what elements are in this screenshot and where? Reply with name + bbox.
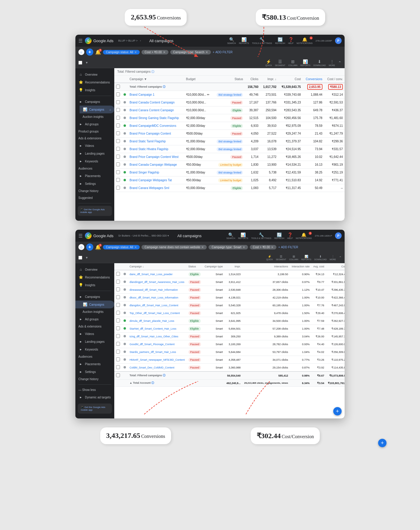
new-campaign-btn[interactable]: + — [86, 48, 93, 56]
sidebar-item-placements[interactable]: ▸ Placements — [75, 172, 114, 180]
sidebar-p2-ads[interactable]: Ads & extensions — [75, 323, 114, 330]
add-btn-p2[interactable]: + — [333, 407, 342, 415]
campaign-name[interactable]: Brand Singer Flagship — [130, 171, 159, 174]
row-chk[interactable] — [116, 319, 120, 322]
campaign-name[interactable]: Brand Canara Webpages Sml — [130, 186, 169, 190]
sidebar-p2-overview[interactable]: ⌂Overview — [75, 266, 114, 273]
quick-btn-p2[interactable]: ⚡QUICK — [266, 255, 273, 261]
select-all-p2[interactable] — [78, 256, 82, 260]
col-camp-type[interactable]: Campaign type — [203, 263, 225, 270]
remove-filter-p2-1[interactable]: ✕ — [201, 246, 204, 249]
col-budget[interactable]: Budget — [184, 76, 213, 83]
filter-chip-0[interactable]: Campaign status: All ✕ — [103, 50, 140, 54]
col-campaign[interactable]: Campaign ▼ — [128, 76, 184, 83]
filter-chip-p2-1[interactable]: Campaign name does not contain website ✕ — [141, 245, 207, 249]
row-checkbox[interactable] — [116, 170, 120, 174]
sidebar-p2-adgroups[interactable]: ▸Ad groups — [75, 315, 114, 323]
more-btn[interactable]: ⋮ MORE — [329, 59, 335, 66]
col-cost[interactable]: Cost — [278, 76, 302, 83]
sidebar-item-suggested[interactable]: Suggested — [75, 194, 114, 201]
sidebar-item-adgroups-expand[interactable]: ▸ Ad groups — [75, 120, 114, 128]
row-chk[interactable] — [116, 295, 120, 299]
add-filter-btn-p2[interactable]: + ADD FILTER — [278, 246, 298, 249]
col-status-p2[interactable]: Status — [187, 263, 203, 270]
row-checkbox[interactable] — [116, 131, 120, 135]
row-chk[interactable] — [116, 272, 120, 276]
sidebar-p2-recommendations[interactable]: ⭐Recommendations — [75, 273, 114, 281]
segment-btn[interactable]: ☰ SEGMENT — [275, 59, 285, 66]
more-btn-p2[interactable]: ⋮MORE — [330, 255, 336, 261]
col-avg-cost[interactable]: Avg. cost — [311, 263, 326, 270]
reports-icon-btn[interactable]: 📊 REPORTS — [239, 37, 249, 44]
segment-btn-p2[interactable]: ☰SEGMENT — [276, 255, 286, 261]
sidebar-item-settings[interactable]: ▸ Settings — [75, 180, 114, 188]
row-checkbox[interactable] — [116, 124, 120, 127]
campaign-name[interactable]: Brand Price Campaign Content West — [130, 155, 179, 159]
sidebar-p2-insights[interactable]: 💡Insights — [75, 281, 114, 289]
row-chk[interactable] — [116, 326, 120, 330]
notifications-btn[interactable]: 🔔 NOTIFICATIONS 1 — [296, 37, 313, 44]
menu-icon-p2[interactable]: ☰ — [78, 233, 83, 239]
row-chk[interactable] — [116, 311, 120, 315]
get-app-btn-p2[interactable]: 📱 Get the Google Ads mobile app — [78, 403, 112, 414]
campaign-name[interactable]: Brand Campaign 1 — [130, 93, 154, 96]
sidebar-item-recommendations[interactable]: ⭐ Recommendations — [75, 78, 114, 86]
col-cost-conv[interactable]: Cost / conv. — [324, 76, 345, 83]
sidebar-p2-campaigns[interactable]: 📊Campaigns — [75, 301, 114, 308]
row-chk[interactable] — [116, 357, 120, 361]
sidebar-item-productgroups[interactable]: Product groups — [75, 128, 114, 135]
campaign-name-p2[interactable]: GoodM_dff_Smart_Floorage_Content — [130, 343, 174, 346]
notif-btn-p2[interactable]: 🔔 NOTIFICATIONS 1 — [296, 232, 312, 239]
user-avatar[interactable]: P — [335, 37, 342, 44]
add-filter-btn-p1[interactable]: + ADD FILTER — [213, 51, 232, 54]
sidebar-p2-auction[interactable]: Auction insights — [75, 308, 114, 315]
campaign-name[interactable]: Brand Static Hlvatra Flagship — [130, 147, 168, 151]
campaign-name[interactable]: Brand CampaignMDC Conversions — [130, 124, 176, 127]
sidebar-item-campaigns-expand[interactable]: ▸ Campaigns — [75, 98, 114, 106]
col-status[interactable]: Status — [213, 76, 245, 83]
sidebar-p2-audiences[interactable]: Audiences — [75, 353, 114, 360]
overview-link[interactable]: ⌂ — [78, 49, 84, 55]
menu-icon[interactable]: ☰ — [78, 38, 83, 44]
search-btn-p2[interactable]: 🔍 SEARCH — [226, 232, 235, 239]
campaign-name[interactable]: Brand Strong Gaming Static Flagship — [130, 116, 179, 120]
reports-tb-p2[interactable]: 📊REPORTS — [301, 255, 311, 261]
total-chk-p2[interactable] — [116, 373, 120, 377]
campaign-name-p2[interactable]: StarNet_dff_Smart_Content_Hair_Loss — [130, 327, 176, 330]
row-checkbox[interactable] — [116, 100, 120, 104]
filter-chip-p2-3[interactable]: Cost > ₹0.00 ✕ — [250, 245, 276, 249]
sidebar-p2-keywords[interactable]: ▸Keywords — [75, 345, 114, 353]
expand-btn[interactable]: ⌃ — [338, 60, 342, 65]
sidebar-p2-show-less[interactable]: — Show less — [75, 386, 114, 393]
quick-btn[interactable]: ⚡ QUICK — [265, 59, 272, 66]
sidebar-item-insights[interactable]: 💡 Insights — [75, 86, 114, 94]
col-int-rate[interactable]: Interaction rate — [290, 263, 311, 270]
sidebar-item-keywords[interactable]: ▸ Keywords — [75, 157, 114, 165]
campaign-name-p2[interactable]: daire_dff_Smart_Hair_Loss_powder — [130, 273, 173, 276]
row-chk[interactable] — [116, 365, 120, 369]
tools-settings-btn[interactable]: 🔧 TOOLS & SETTINGS — [252, 37, 272, 44]
row-chk[interactable] — [116, 350, 120, 354]
info-icon[interactable]: ⓘ — [151, 70, 154, 73]
sidebar-p2-campaigns-expand[interactable]: ▸Campaigns — [75, 293, 114, 301]
campaign-name-p2[interactable]: dimula_dff_Smart_placele_Hair_Loss — [130, 319, 174, 322]
sidebar-p2-placements[interactable]: ▸Placements — [75, 360, 114, 368]
sidebar-p2-landing[interactable]: ▸Landing pages — [75, 338, 114, 345]
tools-btn-p2[interactable]: 🔧 TOOLS & SETTINGS — [251, 232, 271, 239]
help-btn[interactable]: ❓ HELP — [288, 37, 293, 44]
col-interactions[interactable]: Interactions — [242, 263, 290, 270]
sidebar-item-audiences[interactable]: Audiences — [75, 165, 114, 172]
campaign-name-p2[interactable]: dlandingprt_dff_Smart_Awareness_Hair_Los… — [130, 281, 184, 284]
expand-btn-p2[interactable]: ⌃ — [339, 256, 342, 260]
filter-chip-p2-2[interactable]: Campaign type: Smart ✕ — [209, 245, 248, 249]
remove-filter-p2-3[interactable]: ✕ — [271, 246, 273, 249]
col-clicks[interactable]: Clicks — [245, 76, 260, 83]
campaign-name[interactable]: Brand Static Tamil Flagship — [130, 140, 166, 143]
sidebar-item-landing[interactable]: ▸ Landing pages — [75, 150, 114, 157]
download-btn-p2[interactable]: ⬇DOWNLOAD — [314, 255, 327, 261]
column-btn-p2[interactable]: ⊞COLUMN — [289, 255, 298, 261]
campaign-name-p2[interactable]: dineaseasd_dff_Smart_Hair_Information — [130, 288, 178, 291]
remove-filter-p2-2[interactable]: ✕ — [243, 246, 245, 249]
sidebar-item-campaigns[interactable]: 📊 Campaigns ⌂ — [80, 106, 114, 113]
sidebar-p2-videos[interactable]: ▸Videos — [75, 330, 114, 338]
